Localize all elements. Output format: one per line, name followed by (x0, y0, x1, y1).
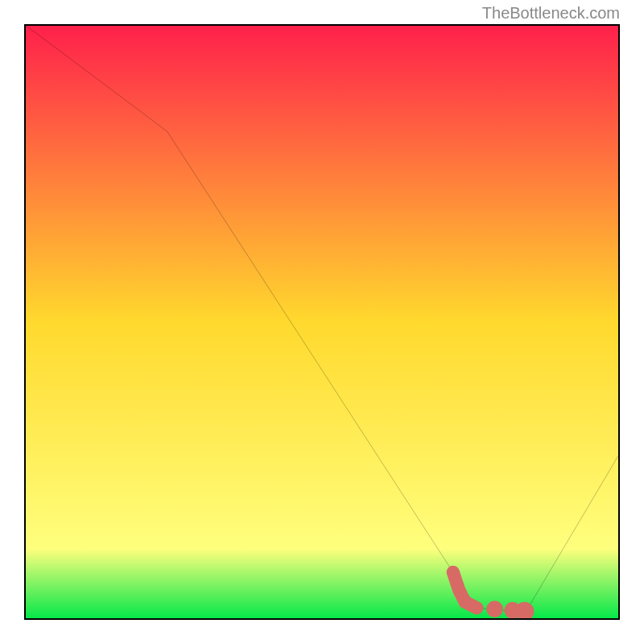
svg-point-3 (518, 605, 530, 618)
watermark-text: TheBottleneck.com (482, 4, 620, 23)
bottleneck-chart: TheBottleneck.com (0, 0, 644, 644)
svg-point-1 (489, 604, 500, 614)
bottleneck-curve (24, 24, 620, 614)
chart-line-layer (24, 24, 620, 620)
highlighted-range-markers (453, 572, 531, 618)
